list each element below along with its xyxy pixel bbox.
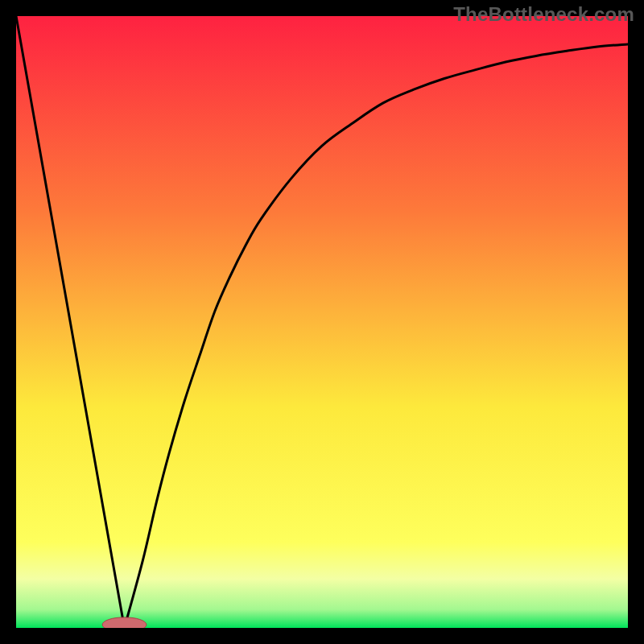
chart-frame xyxy=(16,16,628,628)
watermark-text: TheBottleneck.com xyxy=(453,3,634,26)
chart-canvas xyxy=(16,16,628,628)
